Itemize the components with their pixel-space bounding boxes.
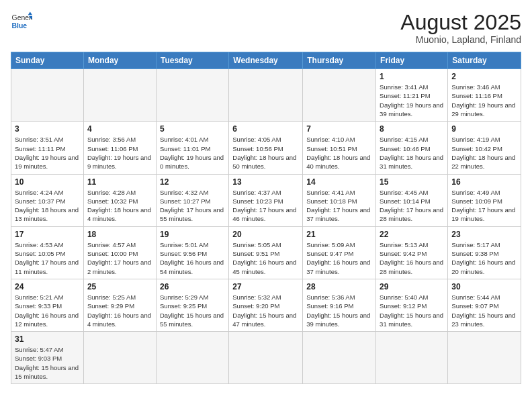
day-info: Sunrise: 5:21 AMSunset: 9:33 PMDaylight:… [15, 293, 80, 328]
day-of-week-header: Monday [83, 52, 156, 69]
day-number: 18 [87, 230, 152, 239]
day-of-week-header: Thursday [303, 52, 376, 69]
day-number: 31 [15, 334, 80, 344]
calendar-cell: 29Sunrise: 5:40 AMSunset: 9:12 PMDayligh… [376, 279, 448, 331]
day-info: Sunrise: 5:25 AMSunset: 9:29 PMDaylight:… [87, 293, 152, 328]
day-info: Sunrise: 5:17 AMSunset: 9:38 PMDaylight:… [451, 240, 517, 276]
calendar-cell: 8Sunrise: 4:15 AMSunset: 10:46 PMDayligh… [376, 122, 448, 174]
month-year-title: August 2025 [400, 11, 521, 34]
calendar-cell: 24Sunrise: 5:21 AMSunset: 9:33 PMDayligh… [11, 279, 84, 331]
calendar-cell: 31Sunrise: 5:47 AMSunset: 9:03 PMDayligh… [11, 332, 84, 384]
calendar-cell: 5Sunrise: 4:01 AMSunset: 11:01 PMDayligh… [156, 122, 228, 174]
day-number: 29 [380, 282, 444, 291]
logo: General Blue [11, 11, 32, 32]
day-info: Sunrise: 4:24 AMSunset: 10:37 PMDaylight… [15, 188, 80, 224]
calendar-cell: 17Sunrise: 4:53 AMSunset: 10:05 PMDaylig… [11, 226, 84, 279]
calendar-cell [376, 332, 448, 384]
calendar-cell [83, 69, 156, 122]
day-number: 28 [306, 282, 372, 291]
day-info: Sunrise: 4:32 AMSunset: 10:27 PMDaylight… [160, 188, 225, 224]
calendar-week-row: 31Sunrise: 5:47 AMSunset: 9:03 PMDayligh… [11, 332, 521, 384]
day-info: Sunrise: 4:57 AMSunset: 10:00 PMDaylight… [87, 240, 152, 276]
day-number: 25 [87, 282, 152, 291]
day-info: Sunrise: 3:51 AMSunset: 11:11 PMDaylight… [15, 135, 80, 171]
day-of-week-header: Tuesday [156, 52, 228, 69]
calendar-page: General Blue August 2025 Muonio, Lapland… [0, 0, 532, 411]
day-info: Sunrise: 4:05 AMSunset: 10:56 PMDaylight… [232, 135, 299, 171]
calendar-cell: 11Sunrise: 4:28 AMSunset: 10:32 PMDaylig… [83, 174, 156, 226]
generalblue-logo-icon: General Blue [11, 11, 32, 32]
day-of-week-header: Sunday [11, 52, 84, 69]
calendar-header-row: SundayMondayTuesdayWednesdayThursdayFrid… [11, 52, 521, 69]
day-number: 9 [451, 124, 517, 134]
day-info: Sunrise: 5:09 AMSunset: 9:47 PMDaylight:… [306, 240, 372, 276]
day-number: 11 [87, 177, 152, 187]
day-info: Sunrise: 4:15 AMSunset: 10:46 PMDaylight… [380, 135, 444, 171]
day-number: 4 [87, 124, 152, 134]
day-number: 3 [15, 124, 80, 134]
day-info: Sunrise: 3:46 AMSunset: 11:16 PMDaylight… [451, 83, 517, 118]
day-number: 14 [306, 177, 372, 187]
day-info: Sunrise: 4:49 AMSunset: 10:09 PMDaylight… [451, 188, 517, 224]
calendar-cell [448, 332, 521, 384]
day-number: 26 [160, 282, 225, 291]
day-of-week-header: Saturday [448, 52, 521, 69]
day-number: 1 [380, 72, 444, 81]
day-info: Sunrise: 3:56 AMSunset: 11:06 PMDaylight… [87, 135, 152, 171]
day-info: Sunrise: 5:47 AMSunset: 9:03 PMDaylight:… [15, 345, 80, 381]
day-info: Sunrise: 4:41 AMSunset: 10:18 PMDaylight… [306, 188, 372, 224]
day-info: Sunrise: 3:41 AMSunset: 11:21 PMDaylight… [380, 83, 444, 118]
day-number: 6 [232, 124, 299, 134]
day-number: 8 [380, 124, 444, 134]
day-number: 5 [160, 124, 225, 134]
calendar-cell [229, 69, 303, 122]
day-number: 16 [451, 177, 517, 187]
calendar-cell: 19Sunrise: 5:01 AMSunset: 9:56 PMDayligh… [156, 226, 228, 279]
calendar-cell: 21Sunrise: 5:09 AMSunset: 9:47 PMDayligh… [303, 226, 376, 279]
calendar-week-row: 1Sunrise: 3:41 AMSunset: 11:21 PMDayligh… [11, 69, 521, 122]
day-number: 30 [451, 282, 517, 291]
calendar-cell: 7Sunrise: 4:10 AMSunset: 10:51 PMDayligh… [303, 122, 376, 174]
svg-text:General: General [12, 14, 32, 21]
calendar-week-row: 3Sunrise: 3:51 AMSunset: 11:11 PMDayligh… [11, 122, 521, 174]
day-info: Sunrise: 5:32 AMSunset: 9:20 PMDaylight:… [232, 293, 299, 328]
calendar-cell: 20Sunrise: 5:05 AMSunset: 9:51 PMDayligh… [229, 226, 303, 279]
calendar-cell: 18Sunrise: 4:57 AMSunset: 10:00 PMDaylig… [83, 226, 156, 279]
day-info: Sunrise: 4:10 AMSunset: 10:51 PMDaylight… [306, 135, 372, 171]
day-of-week-header: Wednesday [229, 52, 303, 69]
calendar-cell: 26Sunrise: 5:29 AMSunset: 9:25 PMDayligh… [156, 279, 228, 331]
day-number: 19 [160, 230, 225, 239]
day-number: 27 [232, 282, 299, 291]
calendar-cell [11, 69, 84, 122]
day-number: 21 [306, 230, 372, 239]
day-info: Sunrise: 5:29 AMSunset: 9:25 PMDaylight:… [160, 293, 225, 328]
calendar-cell [83, 332, 156, 384]
day-info: Sunrise: 4:19 AMSunset: 10:42 PMDaylight… [451, 135, 517, 171]
calendar-cell: 3Sunrise: 3:51 AMSunset: 11:11 PMDayligh… [11, 122, 84, 174]
calendar-cell: 15Sunrise: 4:45 AMSunset: 10:14 PMDaylig… [376, 174, 448, 226]
day-info: Sunrise: 5:36 AMSunset: 9:16 PMDaylight:… [306, 293, 372, 328]
title-block: August 2025 Muonio, Lapland, Finland [400, 11, 521, 45]
calendar-cell: 14Sunrise: 4:41 AMSunset: 10:18 PMDaylig… [303, 174, 376, 226]
calendar-cell: 6Sunrise: 4:05 AMSunset: 10:56 PMDayligh… [229, 122, 303, 174]
calendar-week-row: 17Sunrise: 4:53 AMSunset: 10:05 PMDaylig… [11, 226, 521, 279]
day-number: 7 [306, 124, 372, 134]
day-info: Sunrise: 5:13 AMSunset: 9:42 PMDaylight:… [380, 240, 444, 276]
calendar-table: SundayMondayTuesdayWednesdayThursdayFrid… [11, 52, 521, 384]
svg-marker-2 [28, 12, 32, 15]
day-info: Sunrise: 5:05 AMSunset: 9:51 PMDaylight:… [232, 240, 299, 276]
page-header: General Blue August 2025 Muonio, Lapland… [11, 11, 521, 45]
day-number: 23 [451, 230, 517, 239]
calendar-cell [303, 332, 376, 384]
day-number: 2 [451, 72, 517, 81]
day-number: 22 [380, 230, 444, 239]
day-info: Sunrise: 4:53 AMSunset: 10:05 PMDaylight… [15, 240, 80, 276]
day-info: Sunrise: 4:37 AMSunset: 10:23 PMDaylight… [232, 188, 299, 224]
day-number: 12 [160, 177, 225, 187]
calendar-cell: 4Sunrise: 3:56 AMSunset: 11:06 PMDayligh… [83, 122, 156, 174]
calendar-cell: 25Sunrise: 5:25 AMSunset: 9:29 PMDayligh… [83, 279, 156, 331]
calendar-cell [229, 332, 303, 384]
location-subtitle: Muonio, Lapland, Finland [400, 34, 521, 45]
calendar-cell [156, 69, 228, 122]
calendar-cell: 27Sunrise: 5:32 AMSunset: 9:20 PMDayligh… [229, 279, 303, 331]
